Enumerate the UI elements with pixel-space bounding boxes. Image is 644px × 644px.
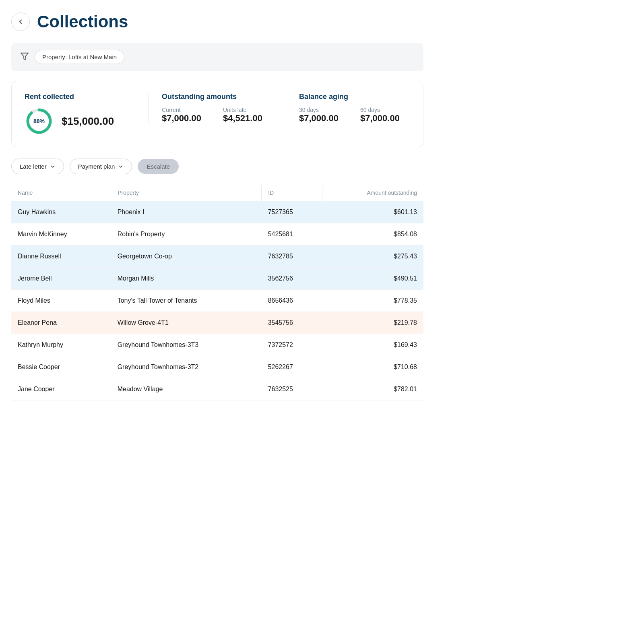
table-row[interactable]: Guy Hawkins Phoenix I 7527365 $601.13 [11, 201, 423, 223]
cell-name: Kathryn Murphy [11, 334, 111, 356]
cell-property: Greyhound Townhomes-3T3 [111, 334, 262, 356]
late-letter-label: Late letter [20, 163, 47, 170]
cell-property: Robin's Property [111, 223, 262, 246]
col-property: Property [111, 185, 262, 201]
cell-name: Guy Hawkins [11, 201, 111, 223]
cell-property: Phoenix I [111, 201, 262, 223]
donut-label: 88% [33, 118, 45, 124]
cell-name: Floyd Miles [11, 290, 111, 312]
cell-amount: $490.51 [322, 268, 423, 290]
col-id: ID [262, 185, 322, 201]
table-row[interactable]: Bessie Cooper Greyhound Townhomes-3T2 52… [11, 356, 423, 378]
filter-tag[interactable]: Property: Lofts at New Main [35, 50, 124, 64]
cell-id: 7372572 [262, 334, 322, 356]
filter-bar: Property: Lofts at New Main [11, 43, 423, 71]
col-amount-outstanding: Amount outstanding [322, 185, 423, 201]
units-late-value: $4,521.00 [223, 113, 273, 124]
rent-amount: $15,000.00 [62, 115, 114, 128]
rent-collected-label: Rent collected [25, 93, 136, 101]
cell-amount: $169.43 [322, 334, 423, 356]
cell-id: 3562756 [262, 268, 322, 290]
cell-property: Greyhound Townhomes-3T2 [111, 356, 262, 378]
col-name: Name [11, 185, 111, 201]
table-row[interactable]: Kathryn Murphy Greyhound Townhomes-3T3 7… [11, 334, 423, 356]
table-row[interactable]: Jane Cooper Meadow Village 7632525 $782.… [11, 378, 423, 400]
sixty-days-value: $7,000.00 [360, 113, 410, 124]
cell-amount: $601.13 [322, 201, 423, 223]
table-row[interactable]: Jerome Bell Morgan Mills 3562756 $490.51 [11, 268, 423, 290]
chevron-down-icon-2 [118, 164, 124, 169]
table-header-row: Name Property ID Amount outstanding [11, 185, 423, 201]
stats-card: Rent collected 88% $15,000.00 Outstandin… [11, 81, 423, 147]
cell-id: 7632785 [262, 246, 322, 268]
table-row[interactable]: Floyd Miles Tony's Tall Tower of Tenants… [11, 290, 423, 312]
cell-name: Dianne Russell [11, 246, 111, 268]
units-late-label: Units late [223, 107, 273, 113]
table-row[interactable]: Marvin McKinney Robin's Property 5425681… [11, 223, 423, 246]
cell-id: 7632525 [262, 378, 322, 400]
cell-amount: $778.35 [322, 290, 423, 312]
cell-property: Meadow Village [111, 378, 262, 400]
escalate-button[interactable]: Escalate [138, 159, 179, 174]
cell-amount: $782.01 [322, 378, 423, 400]
cell-property: Willow Grove-4T1 [111, 312, 262, 334]
payment-plan-label: Payment plan [78, 163, 115, 170]
action-bar: Late letter Payment plan Escalate [11, 159, 423, 174]
cell-id: 5262267 [262, 356, 322, 378]
cell-amount: $219.78 [322, 312, 423, 334]
cell-name: Eleanor Pena [11, 312, 111, 334]
cell-id: 3545756 [262, 312, 322, 334]
late-letter-button[interactable]: Late letter [11, 159, 64, 174]
table-row[interactable]: Dianne Russell Georgetown Co-op 7632785 … [11, 246, 423, 268]
cell-amount: $854.08 [322, 223, 423, 246]
rent-donut-chart: 88% [25, 107, 54, 136]
cell-amount: $275.43 [322, 246, 423, 268]
table-row[interactable]: Eleanor Pena Willow Grove-4T1 3545756 $2… [11, 312, 423, 334]
cell-property: Tony's Tall Tower of Tenants [111, 290, 262, 312]
current-value: $7,000.00 [162, 113, 212, 124]
back-button[interactable] [11, 12, 30, 31]
sixty-days-label: 60 days [360, 107, 410, 113]
page-title: Collections [37, 12, 128, 31]
collections-table: Name Property ID Amount outstanding Guy … [11, 185, 423, 400]
thirty-days-value: $7,000.00 [299, 113, 349, 124]
cell-name: Bessie Cooper [11, 356, 111, 378]
cell-amount: $710.68 [322, 356, 423, 378]
balance-aging-section: Balance aging 30 days $7,000.00 60 days … [286, 93, 410, 124]
cell-name: Jerome Bell [11, 268, 111, 290]
balance-aging-label: Balance aging [299, 93, 410, 101]
cell-property: Georgetown Co-op [111, 246, 262, 268]
rent-collected-section: Rent collected 88% $15,000.00 [25, 93, 149, 136]
outstanding-amounts-section: Outstanding amounts Current $7,000.00 Un… [149, 93, 286, 124]
thirty-days-label: 30 days [299, 107, 349, 113]
cell-id: 8656436 [262, 290, 322, 312]
svg-marker-0 [21, 53, 28, 60]
cell-id: 5425681 [262, 223, 322, 246]
filter-icon [20, 52, 29, 62]
cell-id: 7527365 [262, 201, 322, 223]
current-label: Current [162, 107, 212, 113]
header: Collections [11, 12, 423, 31]
cell-name: Jane Cooper [11, 378, 111, 400]
outstanding-amounts-label: Outstanding amounts [162, 93, 273, 101]
payment-plan-button[interactable]: Payment plan [70, 159, 132, 174]
cell-name: Marvin McKinney [11, 223, 111, 246]
chevron-down-icon [50, 164, 56, 169]
cell-property: Morgan Mills [111, 268, 262, 290]
